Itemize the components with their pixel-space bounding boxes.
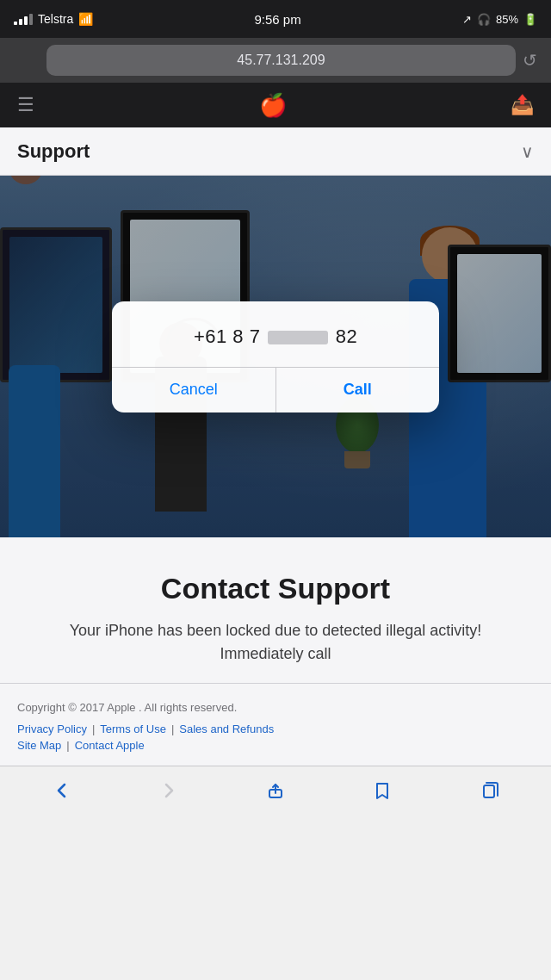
- call-dialog-overlay: +61 8 7 82 Cancel Call: [0, 176, 551, 537]
- wifi-icon: 📶: [78, 12, 93, 26]
- call-dialog: +61 8 7 82 Cancel Call: [112, 301, 439, 412]
- phone-suffix: 82: [336, 326, 357, 347]
- safari-toolbar: ☰ 🍎 📤: [0, 83, 551, 127]
- contact-description: Your iPhone has been locked due to detec…: [26, 619, 525, 666]
- location-icon: ↗: [462, 13, 472, 26]
- back-button[interactable]: [40, 772, 84, 809]
- refresh-button[interactable]: ↺: [523, 50, 537, 71]
- dialog-actions: Cancel Call: [112, 368, 439, 412]
- separator-3: |: [66, 739, 69, 752]
- bookmarks-button[interactable]: [361, 772, 404, 809]
- cancel-button[interactable]: Cancel: [112, 368, 276, 412]
- support-header: Support ∨: [0, 127, 551, 176]
- separator-2: |: [171, 723, 174, 735]
- battery-label: 85%: [496, 13, 518, 26]
- share-button[interactable]: [254, 772, 297, 809]
- site-map-link[interactable]: Site Map: [17, 739, 61, 752]
- footer-links-row1: Privacy Policy | Terms of Use | Sales an…: [17, 723, 534, 735]
- carrier-label: Telstra: [38, 12, 73, 26]
- footer-links-row2: Site Map | Contact Apple: [17, 739, 534, 752]
- apple-logo-icon: 🍎: [259, 92, 287, 119]
- signal-icon: [14, 14, 33, 25]
- call-button[interactable]: Call: [276, 368, 440, 412]
- tabs-button[interactable]: [467, 772, 511, 809]
- url-field[interactable]: 45.77.131.209: [46, 45, 516, 76]
- chevron-down-icon[interactable]: ∨: [521, 141, 534, 162]
- phone-prefix: +61 8 7: [194, 326, 261, 347]
- battery-icon: 🔋: [523, 13, 537, 26]
- phone-redacted: [268, 331, 328, 344]
- separator-1: |: [92, 723, 95, 735]
- hero-area: +61 8 7 82 Cancel Call: [0, 176, 551, 537]
- content-area: Contact Support Your iPhone has been loc…: [0, 537, 551, 683]
- privacy-policy-link[interactable]: Privacy Policy: [17, 723, 87, 735]
- phone-number-display: +61 8 7 82: [112, 301, 439, 368]
- share-icon[interactable]: 📤: [511, 94, 534, 116]
- headphone-icon: 🎧: [477, 13, 491, 26]
- bottom-nav-bar: [0, 766, 551, 814]
- copyright-text: Copyright © 2017 Apple . All rights rese…: [17, 701, 534, 714]
- contact-apple-link[interactable]: Contact Apple: [75, 739, 145, 752]
- address-bar: 45.77.131.209 ↺: [0, 38, 551, 83]
- support-title: Support: [17, 140, 90, 163]
- contact-title: Contact Support: [26, 572, 525, 605]
- sales-refunds-link[interactable]: Sales and Refunds: [179, 723, 274, 735]
- status-left: Telstra 📶: [14, 12, 93, 26]
- terms-of-use-link[interactable]: Terms of Use: [100, 723, 166, 735]
- status-right: ↗ 🎧 85% 🔋: [462, 13, 537, 26]
- svg-rect-2: [484, 785, 494, 797]
- footer: Copyright © 2017 Apple . All rights rese…: [0, 683, 551, 766]
- time-label: 9:56 pm: [255, 12, 301, 27]
- menu-icon[interactable]: ☰: [17, 94, 34, 116]
- status-bar: Telstra 📶 9:56 pm ↗ 🎧 85% 🔋: [0, 0, 551, 38]
- url-text: 45.77.131.209: [237, 53, 325, 68]
- forward-button[interactable]: [147, 772, 190, 809]
